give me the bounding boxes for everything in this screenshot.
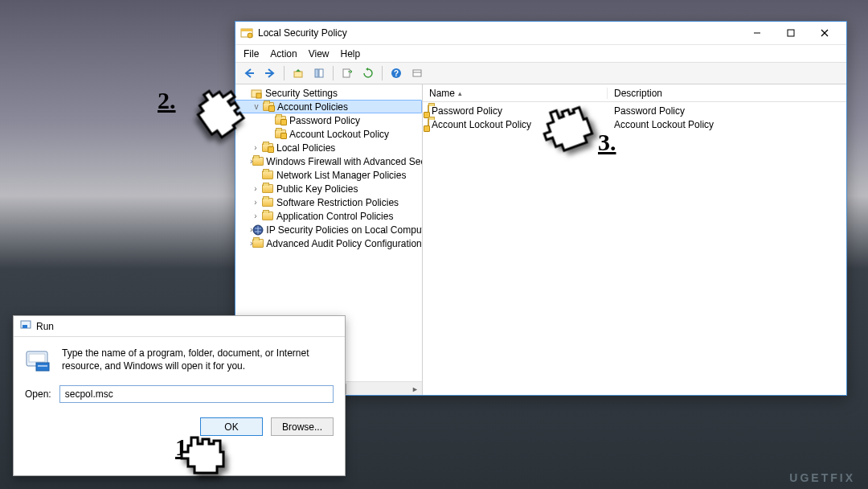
- tree-local-policies[interactable]: ›Local Policies: [235, 141, 422, 154]
- tree-network-list[interactable]: Network List Manager Policies: [235, 168, 422, 182]
- toolbar: ?: [235, 62, 846, 84]
- tree-root[interactable]: Security Settings: [235, 86, 422, 100]
- minimize-button[interactable]: [740, 24, 774, 42]
- run-title-label: Run: [36, 321, 54, 332]
- list-header: Name▴ Description: [423, 84, 846, 102]
- window-title: Local Security Policy: [258, 27, 347, 39]
- list-desc: Password Policy: [608, 105, 846, 117]
- svg-rect-19: [23, 325, 27, 328]
- tree-ip-security[interactable]: ›IP Security Policies on Local Computer: [235, 223, 422, 236]
- svg-point-2: [248, 33, 252, 38]
- svg-rect-13: [413, 70, 421, 76]
- step-label-3: 3.: [598, 129, 616, 156]
- tree-label: IP Security Policies on Local Computer: [266, 224, 423, 236]
- run-open-input[interactable]: [59, 385, 334, 403]
- tree-software-restriction[interactable]: ›Software Restriction Policies: [235, 195, 422, 209]
- svg-rect-23: [38, 365, 47, 367]
- tree-label: Windows Firewall with Advanced Security: [266, 156, 423, 167]
- menu-help[interactable]: Help: [341, 48, 361, 60]
- menu-action[interactable]: Action: [270, 48, 297, 60]
- tree-root-label: Security Settings: [265, 88, 338, 99]
- menu-view[interactable]: View: [309, 48, 330, 60]
- tree-application-control[interactable]: ›Application Control Policies: [235, 209, 422, 223]
- step-label-1: 1.: [175, 434, 194, 461]
- list-pane: Name▴ Description Password Policy Passwo…: [423, 84, 846, 395]
- run-hint-icon: [25, 347, 52, 374]
- run-hint-text: Type the name of a program, folder, docu…: [62, 347, 334, 374]
- tree-public-key[interactable]: ›Public Key Policies: [235, 182, 422, 195]
- tree-advanced-audit[interactable]: ›Advanced Audit Policy Configuration: [235, 236, 422, 250]
- svg-rect-10: [343, 69, 350, 77]
- svg-rect-9: [319, 69, 323, 77]
- refresh-button[interactable]: [359, 64, 377, 82]
- tree-label: Software Restriction Policies: [276, 197, 399, 208]
- back-button[interactable]: [240, 64, 258, 82]
- tree-label: Account Policies: [277, 101, 348, 113]
- column-description[interactable]: Description: [608, 88, 846, 99]
- help-button[interactable]: ?: [387, 64, 405, 82]
- list-name: Password Policy: [432, 105, 502, 117]
- tree-password-policy[interactable]: Password Policy: [235, 113, 422, 127]
- list-row[interactable]: Account Lockout Policy Account Lockout P…: [423, 117, 846, 131]
- close-button[interactable]: [808, 24, 841, 42]
- svg-text:?: ?: [394, 69, 399, 78]
- run-app-icon: [20, 319, 31, 333]
- svg-rect-21: [29, 354, 45, 362]
- tree-label: Application Control Policies: [276, 211, 393, 222]
- list-name: Account Lockout Policy: [432, 119, 531, 130]
- tree-label: Password Policy: [289, 115, 360, 126]
- menu-file[interactable]: File: [244, 48, 259, 60]
- watermark: UGETFIX: [789, 471, 855, 484]
- svg-rect-1: [241, 29, 252, 31]
- svg-rect-4: [788, 30, 794, 36]
- export-button[interactable]: [338, 64, 356, 82]
- run-ok-button[interactable]: OK: [200, 417, 263, 436]
- svg-rect-16: [256, 93, 261, 98]
- tree-label: Public Key Policies: [276, 183, 358, 195]
- tree-account-lockout-policy[interactable]: Account Lockout Policy: [235, 127, 422, 141]
- run-titlebar[interactable]: Run: [14, 316, 345, 337]
- svg-rect-8: [315, 69, 318, 77]
- svg-rect-7: [294, 72, 302, 77]
- list-row[interactable]: Password Policy Password Policy: [423, 104, 846, 117]
- tree-label: Advanced Audit Policy Configuration: [266, 238, 421, 249]
- manage-button[interactable]: [408, 64, 426, 82]
- run-browse-button[interactable]: Browse...: [271, 417, 334, 436]
- scroll-right-icon[interactable]: ►: [408, 382, 422, 395]
- sort-asc-icon: ▴: [458, 89, 462, 97]
- forward-button[interactable]: [261, 64, 279, 82]
- up-button[interactable]: [289, 64, 307, 82]
- tree-label: Account Lockout Policy: [289, 129, 389, 140]
- maximize-button[interactable]: [774, 24, 808, 42]
- column-name[interactable]: Name▴: [423, 88, 608, 99]
- step-label-2: 2.: [158, 87, 176, 114]
- menubar: File Action View Help: [235, 44, 846, 62]
- window-titlebar[interactable]: Local Security Policy: [235, 22, 846, 44]
- app-icon: [240, 27, 253, 39]
- tree-account-policies[interactable]: vAccount Policies: [235, 100, 422, 113]
- properties-button[interactable]: [310, 64, 328, 82]
- run-open-label: Open:: [25, 388, 51, 400]
- tree-windows-firewall[interactable]: ›Windows Firewall with Advanced Security: [235, 154, 422, 168]
- tree-label: Network List Manager Policies: [276, 170, 406, 181]
- list-desc: Account Lockout Policy: [608, 119, 846, 130]
- tree-label: Local Policies: [276, 142, 335, 154]
